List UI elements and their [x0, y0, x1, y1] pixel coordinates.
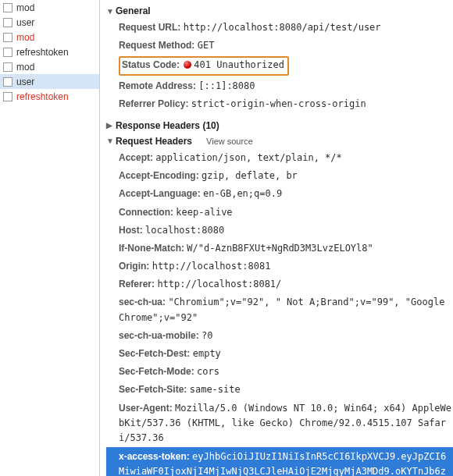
referrer-policy-row: Referrer Policy: strict-origin-when-cros… — [119, 95, 453, 113]
header-row: Accept: application/json, text/plain, */… — [119, 149, 453, 167]
request-method-row: Request Method: GET — [119, 37, 453, 55]
section-title: General — [116, 5, 151, 16]
checkbox-icon[interactable] — [3, 77, 12, 87]
checkbox-icon[interactable] — [3, 48, 12, 57]
header-row: User-Agent: Mozilla/5.0 (Windows NT 10.0… — [119, 400, 453, 448]
section-title: Response Headers — [116, 120, 200, 131]
disclosure-triangle-down-icon: ▼ — [106, 137, 114, 145]
header-row: Sec-Fetch-Mode: cors — [119, 363, 453, 381]
header-row: sec-ch-ua: "Chromium";v="92", " Not A;Br… — [119, 293, 453, 326]
request-item-label: mod — [16, 2, 96, 13]
checkbox-icon[interactable] — [3, 33, 12, 42]
request-list-sidebar: mod user mod refreshtoken mod user refre… — [0, 0, 100, 476]
request-item-label: user — [16, 76, 96, 87]
request-item[interactable]: user — [0, 74, 99, 89]
remote-address-row: Remote Address: [::1]:8080 — [119, 77, 453, 95]
request-item[interactable]: mod — [0, 30, 99, 44]
request-url-row: Request URL: http://localhost:8080/api/t… — [119, 19, 453, 37]
disclosure-triangle-down-icon: ▼ — [106, 7, 114, 16]
request-item-label: mod — [16, 32, 96, 43]
header-row: Sec-Fetch-Site: same-site — [119, 381, 453, 399]
header-row: Connection: keep-alive — [119, 204, 453, 222]
request-item[interactable]: mod — [0, 59, 99, 74]
request-item-label: user — [16, 17, 96, 28]
disclosure-triangle-right-icon: ▶ — [106, 121, 114, 130]
general-section-header[interactable]: ▼ General — [106, 3, 453, 19]
header-row-selected[interactable]: x-access-token: eyJhbGciOiJIUzI1NiIsInR5… — [106, 447, 453, 476]
view-source-link[interactable]: View source — [206, 137, 253, 146]
request-item-label: refreshtoken — [16, 47, 96, 58]
header-row: Accept-Language: en-GB,en;q=0.9 — [119, 185, 453, 203]
request-item[interactable]: user — [0, 15, 99, 30]
request-item[interactable]: mod — [0, 0, 99, 15]
checkbox-icon[interactable] — [3, 62, 12, 72]
response-headers-count: (10) — [202, 120, 219, 131]
status-code-row: Status Code: 401 Unauthorized — [119, 55, 453, 76]
header-row: Accept-Encoding: gzip, deflate, br — [119, 167, 453, 185]
header-row: Referer: http://localhost:8081/ — [119, 275, 453, 293]
request-item[interactable]: refreshtoken — [0, 89, 99, 104]
header-row: Sec-Fetch-Dest: empty — [119, 345, 453, 363]
checkbox-icon[interactable] — [3, 18, 12, 27]
checkbox-icon[interactable] — [3, 92, 12, 101]
request-item[interactable]: refreshtoken — [0, 44, 99, 59]
checkbox-icon[interactable] — [3, 3, 12, 12]
header-row: If-None-Match: W/"d-AznB8FXUt+NgRdD3M3Lv… — [119, 240, 453, 258]
header-row: Host: localhost:8080 — [119, 222, 453, 240]
header-row: sec-ch-ua-mobile: ?0 — [119, 327, 453, 345]
section-title: Request Headers — [116, 136, 192, 147]
request-item-label: mod — [16, 62, 96, 73]
general-section-content: Request URL: http://localhost:8080/api/t… — [106, 19, 453, 118]
request-headers-section-header[interactable]: ▼ Request Headers View source — [106, 133, 453, 149]
request-item-label: refreshtoken — [16, 91, 96, 102]
status-error-dot-icon — [184, 61, 191, 69]
request-headers-content: Accept: application/json, text/plain, */… — [106, 149, 453, 476]
headers-panel: ▼ General Request URL: http://localhost:… — [100, 0, 453, 476]
header-row: Origin: http://localhost:8081 — [119, 258, 453, 275]
response-headers-section-header[interactable]: ▶ Response Headers (10) — [106, 118, 453, 133]
